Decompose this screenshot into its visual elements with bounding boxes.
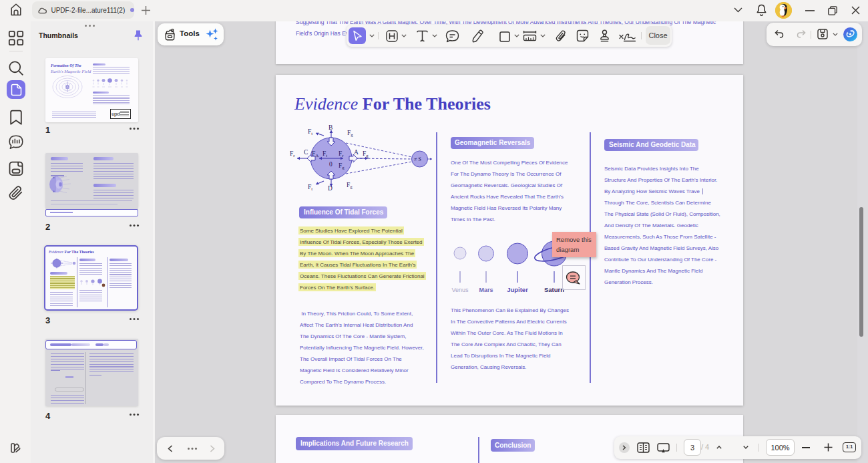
svg-text:Mars: Mars — [479, 287, 493, 293]
svg-text:A: A — [354, 149, 359, 156]
svg-text:B: B — [329, 125, 333, 131]
svg-text:Fg: Fg — [363, 150, 369, 158]
svg-text:Venus: Venus — [451, 287, 469, 293]
svg-text:Fg: Fg — [347, 130, 353, 138]
svg-text:Ft: Ft — [308, 128, 312, 136]
svg-text:D: D — [328, 185, 333, 192]
svg-text:0: 0 — [329, 161, 333, 168]
svg-text:Saturn: Saturn — [544, 286, 564, 293]
svg-text:C: C — [304, 149, 308, 156]
svg-text:Fr: Fr — [290, 150, 295, 158]
svg-text:Jupiter: Jupiter — [507, 286, 528, 293]
svg-text:Ft: Ft — [308, 184, 312, 192]
svg-text:≠ S: ≠ S — [414, 156, 421, 162]
svg-text:Fg: Fg — [347, 182, 353, 190]
